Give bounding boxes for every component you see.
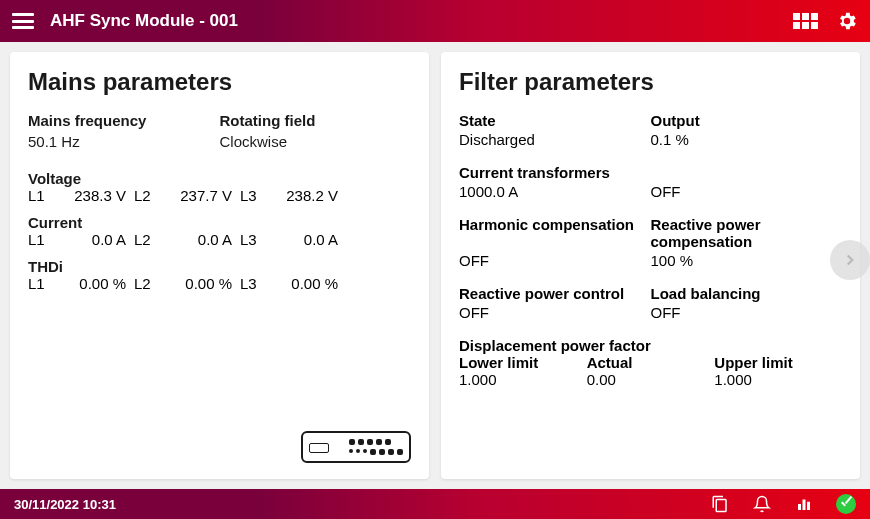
dpf-actual-value: 0.00 [587,371,715,388]
current-label: Current [28,214,411,231]
mains-frequency-value: 50.1 Hz [28,133,220,150]
dpf-label: Displacement power factor [459,337,842,354]
mains-frequency-label: Mains frequency [28,112,220,129]
mains-parameters-card: Mains parameters Mains frequency Rotatin… [10,52,429,479]
svg-rect-2 [807,502,810,510]
dpf-upper-label: Upper limit [714,354,842,371]
reactive-comp-label: Reactive power compensation [651,216,843,250]
footer-bar: 30/11/2022 10:31 [0,489,870,519]
svg-rect-0 [798,504,801,510]
reactive-ctrl-label: Reactive power control [459,285,651,302]
app-header: AHF Sync Module - 001 [0,0,870,42]
reactive-comp-value: 100 % [651,252,843,269]
app-title: AHF Sync Module - 001 [50,11,793,31]
mains-title: Mains parameters [28,68,411,96]
copy-icon[interactable] [710,494,730,514]
grid-icon[interactable] [793,13,818,29]
harmonic-label: Harmonic compensation [459,216,651,250]
header-actions [793,10,858,32]
thdi-label: THDi [28,258,411,275]
menu-icon[interactable] [12,13,34,29]
reactive-ctrl-value: OFF [459,304,651,321]
harmonic-value: OFF [459,252,651,269]
rotating-field-label: Rotating field [220,112,412,129]
voltage-row: L1238.3 V L2237.7 V L3238.2 V [28,187,411,204]
thdi-l3: 0.00 % [272,275,346,292]
next-page-button[interactable] [830,240,870,280]
svg-rect-1 [803,500,806,511]
current-l3: 0.0 A [272,231,346,248]
filter-parameters-card: Filter parameters State Output Discharge… [441,52,860,479]
output-value: 0.1 % [651,131,843,148]
load-bal-label: Load balancing [651,285,843,302]
thdi-row: L10.00 % L20.00 % L30.00 % [28,275,411,292]
current-row: L10.0 A L20.0 A L30.0 A [28,231,411,248]
state-value: Discharged [459,131,651,148]
bell-icon[interactable] [752,494,772,514]
status-ok-icon[interactable] [836,494,856,514]
ct-status: OFF [651,183,843,200]
footer-timestamp: 30/11/2022 10:31 [14,497,116,512]
output-label: Output [651,112,843,129]
thdi-l2: 0.00 % [166,275,240,292]
rotating-field-value: Clockwise [220,133,412,150]
thdi-l1: 0.00 % [60,275,134,292]
voltage-l3: 238.2 V [272,187,346,204]
bar-chart-icon[interactable] [794,494,814,514]
gear-icon[interactable] [836,10,858,32]
filter-title: Filter parameters [459,68,842,96]
ct-value: 1000.0 A [459,183,651,200]
dpf-lower-value: 1.000 [459,371,587,388]
voltage-l1: 238.3 V [60,187,134,204]
dpf-actual-label: Actual [587,354,715,371]
state-label: State [459,112,651,129]
dpf-upper-value: 1.000 [714,371,842,388]
current-l2: 0.0 A [166,231,240,248]
dpf-lower-label: Lower limit [459,354,587,371]
voltage-label: Voltage [28,170,411,187]
current-l1: 0.0 A [60,231,134,248]
ct-label: Current transformers [459,164,842,181]
voltage-l2: 237.7 V [166,187,240,204]
dpf-grid: Lower limit Actual Upper limit 1.000 0.0… [459,354,842,388]
load-bal-value: OFF [651,304,843,321]
device-icon [301,431,411,463]
